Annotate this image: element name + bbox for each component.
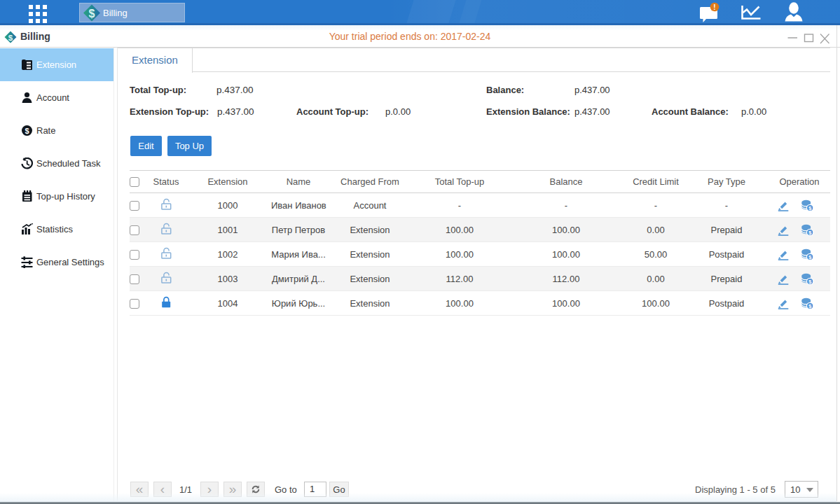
svg-text:$: $ xyxy=(89,8,95,20)
svg-text:$: $ xyxy=(25,127,29,135)
svg-text:!: ! xyxy=(713,4,715,11)
